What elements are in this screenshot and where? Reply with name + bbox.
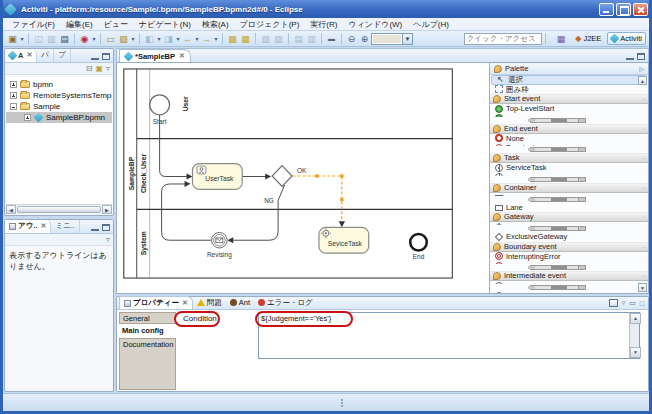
close-tab-icon[interactable]: [182, 299, 188, 307]
grid-2-button[interactable]: [305, 32, 318, 45]
palette-drawer-scrollbar[interactable]: [530, 147, 586, 152]
view-menu-icon[interactable]: ▿: [622, 299, 626, 307]
close-editor-icon[interactable]: [179, 52, 185, 60]
menu-item-view[interactable]: ビュー: [99, 18, 133, 31]
palette-item-interruptingerror[interactable]: InterruptingError: [490, 252, 648, 262]
close-button[interactable]: [633, 3, 648, 16]
service-task[interactable]: SeviceTask: [319, 227, 369, 253]
tab-minimap[interactable]: ミニ..: [51, 219, 80, 233]
save-all-button[interactable]: [45, 32, 58, 45]
palette-item-toplevelstart[interactable]: Top-LevelStart: [490, 104, 648, 114]
tab-error-log[interactable]: エラー・ログ: [254, 296, 317, 309]
palette-drawer-scrollbar[interactable]: [530, 285, 586, 290]
palette-drawer-scrollbar[interactable]: [530, 265, 586, 270]
menu-item-navigate[interactable]: ナビゲート(N): [134, 18, 196, 31]
open-folder-button[interactable]: [104, 32, 117, 45]
menu-item-search[interactable]: 検索(A): [197, 18, 234, 31]
pin-icon[interactable]: [643, 124, 645, 134]
maximize-view-icon[interactable]: [102, 224, 110, 231]
zoom-out-button[interactable]: [345, 32, 358, 45]
palette-header[interactable]: Palette: [490, 63, 648, 75]
close-tab-icon[interactable]: [41, 222, 47, 230]
menu-item-project[interactable]: プロジェクト(P): [235, 18, 305, 31]
palette-item-lane[interactable]: Lane: [490, 203, 648, 213]
menu-item-edit[interactable]: 編集(E): [61, 18, 98, 31]
new-view-icon[interactable]: [609, 299, 618, 307]
nav-forward-button[interactable]: [200, 32, 213, 45]
palette-drawer-scrollbar[interactable]: [530, 197, 586, 202]
palette-item-none[interactable]: None: [490, 134, 648, 144]
run-dropdown-icon[interactable]: ▾: [91, 35, 97, 42]
expander-icon[interactable]: [24, 114, 31, 121]
menu-item-help[interactable]: ヘルプ(H): [408, 18, 454, 31]
palette-category-intermediate-event[interactable]: Intermediate event: [490, 271, 648, 281]
palette-category-task[interactable]: Task: [490, 153, 648, 163]
outline-menu-icon[interactable]: ▿: [106, 235, 110, 245]
collapse-all-icon[interactable]: ⊟: [86, 64, 93, 74]
palette-drawer-scrollbar[interactable]: [530, 177, 586, 182]
condition-field-scrollbar[interactable]: [629, 313, 639, 358]
scroll-right-icon[interactable]: ▶: [102, 205, 112, 214]
palette-drawer-scrollbar[interactable]: [530, 118, 586, 123]
menu-item-window[interactable]: ウィンドウ(W): [343, 18, 407, 31]
tab-ant[interactable]: Ant: [226, 296, 254, 309]
new-dropdown-icon[interactable]: ▾: [19, 35, 25, 42]
flow-handle[interactable]: [315, 174, 318, 177]
quick-access-input[interactable]: [464, 33, 542, 45]
palette-category-container[interactable]: Container: [490, 183, 648, 193]
save-button[interactable]: [32, 32, 45, 45]
annotate-button[interactable]: [117, 32, 130, 45]
run-button[interactable]: [78, 32, 91, 45]
annotate-dropdown-icon[interactable]: ▾: [130, 35, 136, 42]
menu-item-run[interactable]: 実行(R): [305, 18, 342, 31]
sash-grip[interactable]: [341, 398, 344, 408]
editor-tab-samplebp[interactable]: *SampleBP: [119, 49, 191, 62]
window-titlebar[interactable]: Activiti - platform:/resource/Sample/.bp…: [0, 0, 652, 18]
palette-scroll-up-icon[interactable]: [638, 76, 647, 85]
expander-icon[interactable]: [10, 81, 17, 88]
minimize-view-icon[interactable]: [91, 224, 99, 231]
palette-tool-marquee[interactable]: 囲み枠: [490, 85, 648, 95]
tree-item-sample[interactable]: Sample: [6, 101, 112, 112]
palette-collapse-icon[interactable]: [639, 65, 644, 72]
zoom-combo-dropdown-icon[interactable]: ▼: [402, 34, 412, 44]
palette-item-servicetask[interactable]: ServiceTask: [490, 163, 648, 173]
minimize-button[interactable]: [599, 3, 614, 16]
link-2-button[interactable]: [239, 32, 252, 45]
zoom-combo[interactable]: ▼: [371, 33, 413, 45]
zoom-in-button[interactable]: [358, 32, 371, 45]
bpmn-canvas[interactable]: SampleBP User Check_User System: [117, 63, 489, 293]
menu-item-file[interactable]: ファイル(F): [7, 18, 60, 31]
link-editor-icon[interactable]: ▣: [95, 64, 103, 74]
tab-problems[interactable]: 問題: [193, 296, 226, 309]
pin-icon[interactable]: [643, 242, 645, 252]
maximize-view-icon[interactable]: □: [640, 300, 644, 307]
palette-category-gateway[interactable]: Gateway: [490, 212, 648, 222]
palette-item-exclusivegateway[interactable]: ExclusiveGateway: [490, 232, 648, 242]
section-general[interactable]: General: [119, 312, 176, 324]
tab-explorer[interactable]: A: [5, 48, 37, 62]
user-task[interactable]: UserTask: [192, 164, 242, 190]
nav-back-button[interactable]: [181, 32, 194, 45]
palette-category-start-event[interactable]: Start event: [490, 94, 648, 104]
diagram-tool-2-button[interactable]: [162, 32, 175, 45]
tree-item-bpmn[interactable]: bpmn: [6, 79, 112, 90]
link-1-button[interactable]: [226, 32, 239, 45]
tab-properties[interactable]: プロパティー: [119, 296, 193, 309]
expander-icon[interactable]: [10, 92, 17, 99]
palette-tool-select[interactable]: 選択: [491, 75, 647, 85]
pin-icon[interactable]: [643, 183, 645, 193]
new-button[interactable]: [6, 32, 19, 45]
palette-scroll-down-icon[interactable]: [638, 283, 647, 292]
grid-1-button[interactable]: [292, 32, 305, 45]
pin-icon[interactable]: [643, 153, 645, 163]
palette-drawer-scrollbar[interactable]: [530, 226, 586, 231]
print-button[interactable]: [58, 32, 71, 45]
scroll-left-icon[interactable]: ◀: [6, 205, 16, 214]
expander-icon[interactable]: [10, 103, 17, 110]
minimize-editor-icon[interactable]: [626, 53, 634, 60]
perspective-activiti-button[interactable]: Activiti: [607, 32, 646, 45]
flow-handle[interactable]: [340, 174, 343, 177]
tree-item-remotesystems[interactable]: RemoteSystemsTempFiles: [6, 90, 112, 101]
palette-category-boundary-event[interactable]: Boundary event: [490, 242, 648, 252]
